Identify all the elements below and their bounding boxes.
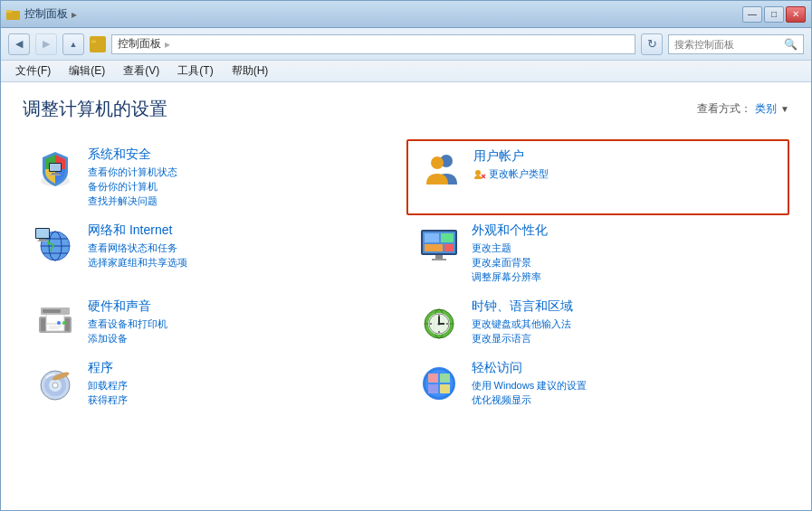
programs-content: 程序 卸载程序 获得程序 — [88, 360, 396, 407]
svg-rect-27 — [435, 255, 443, 259]
view-selector: 查看方式： 类别 ▼ — [697, 101, 789, 117]
svg-rect-24 — [441, 233, 454, 242]
network-content: 网络和 Internet 查看网络状态和任务 选择家庭组和共享选项 — [88, 222, 396, 270]
refresh-button[interactable]: ↻ — [641, 33, 663, 55]
category-ease-access[interactable]: 轻松访问 使用 Windows 建议的设置 优化视频显示 — [406, 353, 790, 414]
programs-link-1[interactable]: 获得程序 — [88, 393, 396, 407]
menu-edit[interactable]: 编辑(E) — [63, 62, 110, 80]
appearance-icon — [417, 222, 461, 266]
svg-point-54 — [53, 383, 58, 388]
appearance-title[interactable]: 外观和个性化 — [472, 222, 779, 239]
svg-rect-26 — [444, 244, 454, 251]
user-accounts-link-icon — [473, 168, 486, 181]
hardware-content: 硬件和声音 查看设备和打印机 添加设备 — [88, 298, 396, 345]
ease-access-icon — [417, 360, 461, 403]
network-link-0[interactable]: 查看网络状态和任务 — [88, 241, 396, 255]
network-icon — [33, 222, 77, 266]
appearance-link-2[interactable]: 调整屏幕分辨率 — [472, 270, 779, 284]
svg-point-10 — [431, 156, 444, 169]
system-security-content: 系统和安全 查看你的计算机状态 备份你的计算机 查找并解决问题 — [88, 147, 396, 208]
hardware-link-0[interactable]: 查看设备和打印机 — [88, 317, 396, 331]
programs-link-0[interactable]: 卸载程序 — [88, 379, 396, 393]
svg-point-11 — [475, 170, 481, 175]
view-value[interactable]: 类别 — [755, 101, 777, 117]
appearance-link-0[interactable]: 更改主题 — [472, 241, 779, 255]
dropdown-icon[interactable]: ▼ — [780, 104, 789, 114]
menu-bar: 文件(F) 编辑(E) 查看(V) 工具(T) 帮助(H) — [1, 61, 811, 82]
user-accounts-link-0[interactable]: 更改帐户类型 — [473, 167, 778, 181]
address-bar: ◀ ▶ ▲ 控制面板 ▸ ↻ 🔍 — [1, 28, 811, 61]
up-button[interactable]: ▲ — [62, 33, 84, 55]
main-window: 控制面板 ▸ — □ ✕ ◀ ▶ ▲ 控制面板 ▸ ↻ 🔍 — [0, 0, 812, 511]
back-button[interactable]: ◀ — [8, 33, 30, 55]
hardware-icon — [33, 298, 77, 342]
hardware-link-1[interactable]: 添加设备 — [88, 332, 396, 345]
view-label: 查看方式： — [697, 101, 751, 117]
system-security-link-1[interactable]: 备份你的计算机 — [88, 180, 396, 194]
menu-help[interactable]: 帮助(H) — [226, 62, 274, 80]
menu-view[interactable]: 查看(V) — [118, 62, 165, 80]
appearance-link-1[interactable]: 更改桌面背景 — [472, 256, 779, 270]
svg-rect-65 — [440, 384, 450, 393]
network-title[interactable]: 网络和 Internet — [88, 222, 396, 239]
svg-rect-6 — [50, 164, 61, 171]
forward-button[interactable]: ▶ — [35, 33, 57, 55]
svg-rect-62 — [428, 374, 438, 383]
title-bar-path: 控制面板 — [24, 6, 68, 22]
ease-access-link-1[interactable]: 优化视频显示 — [472, 393, 779, 407]
ease-access-link-0[interactable]: 使用 Windows 建议的设置 — [472, 379, 779, 393]
svg-rect-3 — [91, 40, 96, 43]
programs-icon — [33, 360, 77, 403]
clock-icon — [417, 298, 461, 342]
user-accounts-icon — [419, 148, 463, 192]
svg-rect-19 — [39, 239, 46, 241]
system-security-link-0[interactable]: 查看你的计算机状态 — [88, 166, 396, 179]
clock-title[interactable]: 时钟、语言和区域 — [472, 298, 779, 315]
svg-rect-7 — [52, 173, 59, 175]
close-button[interactable]: ✕ — [786, 6, 806, 23]
clock-link-1[interactable]: 更改显示语言 — [472, 332, 779, 345]
search-input[interactable] — [674, 39, 779, 50]
categories-grid: 系统和安全 查看你的计算机状态 备份你的计算机 查找并解决问题 — [23, 139, 789, 414]
category-appearance[interactable]: 外观和个性化 更改主题 更改桌面背景 调整屏幕分辨率 — [406, 215, 790, 291]
user-accounts-title[interactable]: 用户帐户 — [473, 148, 778, 165]
svg-rect-8 — [50, 175, 61, 175]
category-hardware[interactable]: 硬件和声音 查看设备和打印机 添加设备 — [23, 291, 406, 353]
category-system-security[interactable]: 系统和安全 查看你的计算机状态 备份你的计算机 查找并解决问题 — [23, 139, 406, 215]
minimize-button[interactable]: — — [742, 6, 762, 23]
hardware-title[interactable]: 硬件和声音 — [88, 298, 396, 315]
svg-rect-38 — [43, 309, 61, 313]
menu-file[interactable]: 文件(F) — [10, 62, 56, 80]
category-programs[interactable]: 程序 卸载程序 获得程序 — [23, 353, 406, 414]
category-user-accounts[interactable]: 用户帐户 更改帐户类型 — [406, 139, 790, 215]
clock-link-0[interactable]: 更改键盘或其他输入法 — [472, 317, 779, 331]
programs-title[interactable]: 程序 — [88, 360, 396, 376]
network-link-1[interactable]: 选择家庭组和共享选项 — [88, 256, 396, 270]
svg-point-46 — [437, 323, 440, 326]
svg-rect-18 — [36, 229, 49, 238]
appearance-content: 外观和个性化 更改主题 更改桌面背景 调整屏幕分辨率 — [472, 222, 779, 284]
svg-rect-32 — [46, 324, 64, 331]
clock-content: 时钟、语言和区域 更改键盘或其他输入法 更改显示语言 — [472, 298, 779, 345]
svg-rect-1 — [6, 10, 12, 13]
address-path[interactable]: 控制面板 ▸ — [111, 34, 635, 54]
search-icon[interactable]: 🔍 — [784, 38, 798, 51]
svg-rect-64 — [428, 384, 438, 393]
maximize-button[interactable]: □ — [764, 6, 784, 23]
svg-rect-28 — [432, 259, 446, 260]
page-header: 调整计算机的设置 查看方式： 类别 ▼ — [23, 97, 789, 121]
user-accounts-content: 用户帐户 更改帐户类型 — [473, 148, 778, 181]
title-bar-icon — [6, 7, 21, 22]
category-clock[interactable]: 时钟、语言和区域 更改键盘或其他输入法 更改显示语言 — [406, 291, 790, 353]
ease-access-title[interactable]: 轻松访问 — [472, 360, 779, 376]
menu-tools[interactable]: 工具(T) — [172, 62, 218, 80]
system-security-title[interactable]: 系统和安全 — [88, 147, 396, 163]
folder-icon — [90, 36, 106, 52]
svg-rect-20 — [37, 241, 48, 241]
svg-rect-23 — [425, 233, 439, 242]
category-network[interactable]: 网络和 Internet 查看网络状态和任务 选择家庭组和共享选项 — [23, 215, 406, 291]
system-security-link-2[interactable]: 查找并解决问题 — [88, 194, 396, 208]
system-security-icon — [33, 147, 77, 190]
ease-access-content: 轻松访问 使用 Windows 建议的设置 优化视频显示 — [472, 360, 779, 407]
title-bar: 控制面板 ▸ — □ ✕ — [1, 1, 811, 28]
